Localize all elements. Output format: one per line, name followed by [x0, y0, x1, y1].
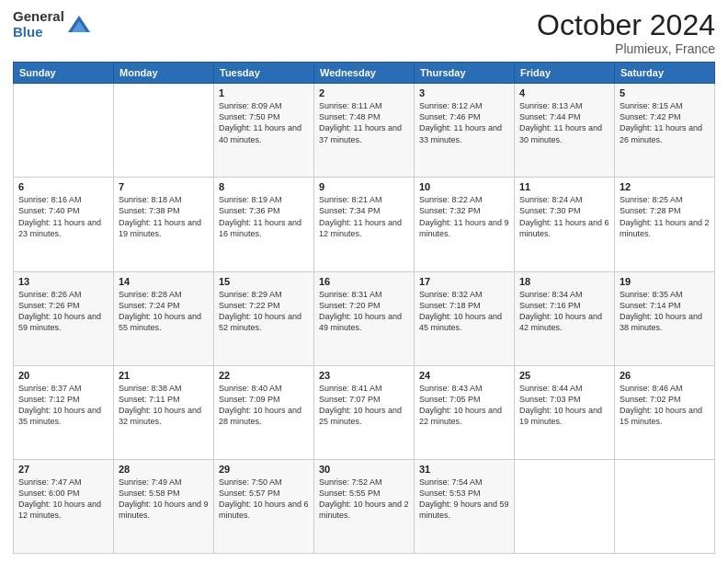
calendar-cell: 8Sunrise: 8:19 AMSunset: 7:36 PMDaylight… — [214, 178, 314, 271]
day-info: Sunrise: 8:44 AMSunset: 7:03 PMDaylight:… — [519, 383, 609, 428]
day-info: Sunrise: 8:32 AMSunset: 7:18 PMDaylight:… — [419, 289, 509, 334]
day-info: Sunrise: 8:46 AMSunset: 7:02 PMDaylight:… — [620, 383, 710, 428]
day-info: Sunrise: 8:19 AMSunset: 7:36 PMDaylight:… — [219, 194, 309, 239]
title-block: October 2024 Plumieux, France — [537, 9, 715, 56]
day-info: Sunrise: 8:21 AMSunset: 7:34 PMDaylight:… — [319, 194, 409, 239]
day-number: 29 — [219, 464, 309, 475]
day-info: Sunrise: 8:11 AMSunset: 7:48 PMDaylight:… — [319, 100, 409, 145]
day-number: 8 — [219, 181, 309, 192]
calendar-cell: 28Sunrise: 7:49 AMSunset: 5:58 PMDayligh… — [114, 459, 214, 553]
calendar-cell: 12Sunrise: 8:25 AMSunset: 7:28 PMDayligh… — [615, 178, 715, 271]
day-info: Sunrise: 8:35 AMSunset: 7:14 PMDaylight:… — [620, 289, 710, 334]
calendar-week-2: 6Sunrise: 8:16 AMSunset: 7:40 PMDaylight… — [14, 178, 715, 271]
logo-text: General Blue — [13, 9, 64, 40]
day-info: Sunrise: 8:31 AMSunset: 7:20 PMDaylight:… — [319, 289, 409, 334]
day-info: Sunrise: 8:29 AMSunset: 7:22 PMDaylight:… — [219, 289, 309, 334]
day-number: 6 — [18, 181, 108, 192]
calendar-cell: 14Sunrise: 8:28 AMSunset: 7:24 PMDayligh… — [114, 271, 214, 365]
day-number: 19 — [620, 276, 710, 287]
logo-general: General — [13, 9, 64, 25]
day-info: Sunrise: 8:24 AMSunset: 7:30 PMDaylight:… — [519, 194, 609, 239]
calendar-cell: 24Sunrise: 8:43 AMSunset: 7:05 PMDayligh… — [415, 365, 515, 459]
day-info: Sunrise: 8:12 AMSunset: 7:46 PMDaylight:… — [419, 100, 509, 145]
calendar-cell: 13Sunrise: 8:26 AMSunset: 7:26 PMDayligh… — [14, 271, 114, 365]
day-number: 4 — [519, 87, 609, 98]
logo-icon — [66, 12, 92, 38]
day-info: Sunrise: 8:26 AMSunset: 7:26 PMDaylight:… — [18, 289, 108, 334]
col-thursday: Thursday — [415, 63, 515, 84]
calendar-week-5: 27Sunrise: 7:47 AMSunset: 6:00 PMDayligh… — [14, 459, 715, 553]
day-number: 24 — [419, 370, 509, 381]
calendar-table: Sunday Monday Tuesday Wednesday Thursday… — [13, 62, 715, 554]
calendar-cell: 21Sunrise: 8:38 AMSunset: 7:11 PMDayligh… — [114, 365, 214, 459]
calendar-body: 1Sunrise: 8:09 AMSunset: 7:50 PMDaylight… — [14, 84, 715, 554]
location: Plumieux, France — [537, 41, 715, 56]
day-info: Sunrise: 8:34 AMSunset: 7:16 PMDaylight:… — [519, 289, 609, 334]
calendar-cell: 23Sunrise: 8:41 AMSunset: 7:07 PMDayligh… — [314, 365, 415, 459]
calendar-week-1: 1Sunrise: 8:09 AMSunset: 7:50 PMDaylight… — [14, 84, 715, 178]
calendar-cell: 18Sunrise: 8:34 AMSunset: 7:16 PMDayligh… — [515, 271, 615, 365]
calendar-cell: 19Sunrise: 8:35 AMSunset: 7:14 PMDayligh… — [615, 271, 715, 365]
calendar-cell: 9Sunrise: 8:21 AMSunset: 7:34 PMDaylight… — [314, 178, 415, 271]
page: General Blue October 2024 Plumieux, Fran… — [0, 0, 728, 563]
day-number: 1 — [219, 87, 309, 98]
day-number: 10 — [419, 181, 509, 192]
day-number: 27 — [18, 464, 108, 475]
calendar-cell: 15Sunrise: 8:29 AMSunset: 7:22 PMDayligh… — [214, 271, 314, 365]
day-info: Sunrise: 8:28 AMSunset: 7:24 PMDaylight:… — [119, 289, 209, 334]
day-info: Sunrise: 7:50 AMSunset: 5:57 PMDaylight:… — [219, 477, 309, 522]
top-bar: General Blue October 2024 Plumieux, Fran… — [13, 9, 715, 56]
calendar-cell: 25Sunrise: 8:44 AMSunset: 7:03 PMDayligh… — [515, 365, 615, 459]
calendar-cell: 22Sunrise: 8:40 AMSunset: 7:09 PMDayligh… — [214, 365, 314, 459]
calendar-cell: 3Sunrise: 8:12 AMSunset: 7:46 PMDaylight… — [415, 84, 515, 178]
calendar-cell: 17Sunrise: 8:32 AMSunset: 7:18 PMDayligh… — [415, 271, 515, 365]
col-wednesday: Wednesday — [314, 63, 415, 84]
day-number: 31 — [419, 464, 509, 475]
day-number: 14 — [119, 276, 209, 287]
header-row: Sunday Monday Tuesday Wednesday Thursday… — [14, 63, 715, 84]
day-number: 12 — [620, 181, 710, 192]
col-saturday: Saturday — [615, 63, 715, 84]
col-monday: Monday — [114, 63, 214, 84]
day-info: Sunrise: 7:54 AMSunset: 5:53 PMDaylight:… — [419, 477, 509, 522]
calendar-cell: 2Sunrise: 8:11 AMSunset: 7:48 PMDaylight… — [314, 84, 415, 178]
day-number: 7 — [119, 181, 209, 192]
month-title: October 2024 — [537, 9, 715, 41]
calendar-week-3: 13Sunrise: 8:26 AMSunset: 7:26 PMDayligh… — [14, 271, 715, 365]
calendar-cell: 26Sunrise: 8:46 AMSunset: 7:02 PMDayligh… — [615, 365, 715, 459]
day-info: Sunrise: 8:15 AMSunset: 7:42 PMDaylight:… — [620, 100, 710, 145]
calendar-cell: 10Sunrise: 8:22 AMSunset: 7:32 PMDayligh… — [415, 178, 515, 271]
day-number: 25 — [519, 370, 609, 381]
calendar-cell: 4Sunrise: 8:13 AMSunset: 7:44 PMDaylight… — [515, 84, 615, 178]
logo-blue: Blue — [13, 25, 64, 40]
calendar-cell: 11Sunrise: 8:24 AMSunset: 7:30 PMDayligh… — [515, 178, 615, 271]
calendar-cell — [615, 459, 715, 553]
day-info: Sunrise: 8:16 AMSunset: 7:40 PMDaylight:… — [18, 194, 108, 239]
calendar-week-4: 20Sunrise: 8:37 AMSunset: 7:12 PMDayligh… — [14, 365, 715, 459]
calendar-cell: 31Sunrise: 7:54 AMSunset: 5:53 PMDayligh… — [415, 459, 515, 553]
day-number: 15 — [219, 276, 309, 287]
day-number: 5 — [620, 87, 710, 98]
calendar-cell: 1Sunrise: 8:09 AMSunset: 7:50 PMDaylight… — [214, 84, 314, 178]
day-info: Sunrise: 8:25 AMSunset: 7:28 PMDaylight:… — [620, 194, 710, 239]
day-number: 13 — [18, 276, 108, 287]
day-number: 11 — [519, 181, 609, 192]
calendar-cell: 6Sunrise: 8:16 AMSunset: 7:40 PMDaylight… — [14, 178, 114, 271]
day-info: Sunrise: 8:40 AMSunset: 7:09 PMDaylight:… — [219, 383, 309, 428]
day-info: Sunrise: 8:38 AMSunset: 7:11 PMDaylight:… — [119, 383, 209, 428]
calendar-cell: 29Sunrise: 7:50 AMSunset: 5:57 PMDayligh… — [214, 459, 314, 553]
col-tuesday: Tuesday — [214, 63, 314, 84]
day-info: Sunrise: 8:18 AMSunset: 7:38 PMDaylight:… — [119, 194, 209, 239]
day-number: 18 — [519, 276, 609, 287]
day-info: Sunrise: 8:09 AMSunset: 7:50 PMDaylight:… — [219, 100, 309, 145]
day-info: Sunrise: 8:41 AMSunset: 7:07 PMDaylight:… — [319, 383, 409, 428]
calendar-cell — [14, 84, 114, 178]
calendar-cell: 7Sunrise: 8:18 AMSunset: 7:38 PMDaylight… — [114, 178, 214, 271]
day-info: Sunrise: 7:49 AMSunset: 5:58 PMDaylight:… — [119, 477, 209, 522]
day-info: Sunrise: 8:22 AMSunset: 7:32 PMDaylight:… — [419, 194, 509, 239]
col-sunday: Sunday — [14, 63, 114, 84]
calendar-cell — [114, 84, 214, 178]
day-number: 28 — [119, 464, 209, 475]
day-info: Sunrise: 7:47 AMSunset: 6:00 PMDaylight:… — [18, 477, 108, 522]
day-number: 26 — [620, 370, 710, 381]
